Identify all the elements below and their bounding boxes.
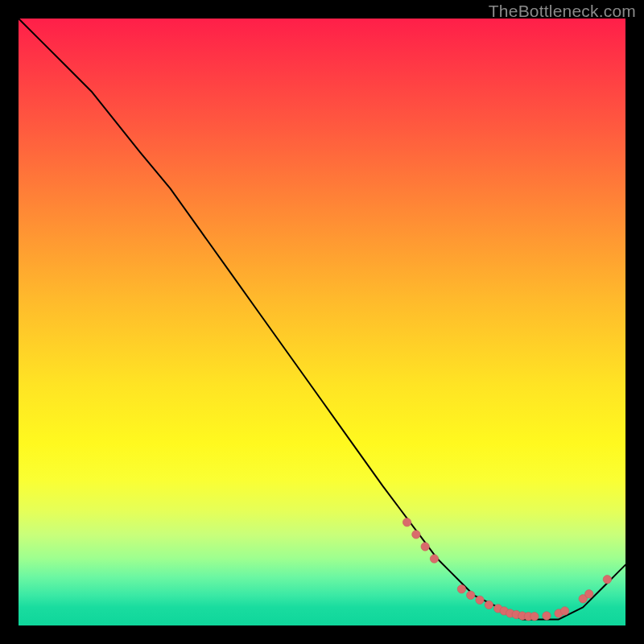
data-point (412, 530, 420, 539)
data-point (530, 612, 539, 620)
data-point (402, 518, 411, 526)
data-point (585, 590, 593, 598)
data-point (560, 607, 568, 615)
chart-area (19, 19, 625, 625)
data-point (457, 585, 465, 593)
data-point (467, 591, 475, 599)
data-point (603, 576, 611, 584)
data-point (485, 601, 493, 609)
data-point (476, 596, 484, 604)
data-point (421, 543, 429, 551)
data-points (402, 518, 611, 621)
data-point (430, 555, 438, 563)
performance-curve-svg (19, 19, 625, 625)
data-point (543, 612, 551, 620)
watermark-text: TheBottleneck.com (489, 2, 636, 21)
performance-curve (19, 19, 625, 619)
